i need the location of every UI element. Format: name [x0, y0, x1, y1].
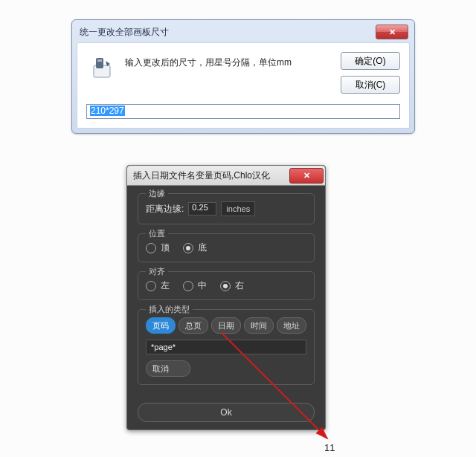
group-align: 对齐 左 中 右: [138, 271, 315, 300]
radio-align-right-label: 右: [235, 279, 244, 292]
dialog1-close-button[interactable]: ✕: [376, 25, 408, 39]
type-pill-page[interactable]: 页码: [146, 317, 176, 334]
close-icon: ✕: [389, 27, 396, 37]
type-pill-total[interactable]: 总页: [178, 317, 208, 334]
dialog1-title: 统一更改全部画板尺寸: [80, 26, 376, 39]
page-number: 11: [324, 442, 335, 453]
svg-rect-2: [97, 59, 102, 62]
size-input[interactable]: 210*297: [86, 104, 400, 119]
dialog2-titlebar: 插入日期文件名变量页码,Chlo汉化 ✕: [127, 166, 325, 186]
resize-artboards-dialog: 统一更改全部画板尺寸 ✕ 输入更改后的尺寸，用星号分隔，单位mm 确定(O) 取…: [71, 19, 415, 134]
script-icon: [89, 55, 116, 82]
dialog2-title: 插入日期文件名变量页码,Chlo汉化: [133, 169, 289, 182]
group-position: 位置 顶 底: [138, 233, 315, 262]
group-insert-type: 插入的类型 页码 总页 日期 时间 地址 文件名 *page* 取消: [138, 309, 315, 385]
close-icon: ✕: [303, 171, 310, 181]
group-insert-type-legend: 插入的类型: [146, 304, 193, 315]
radio-align-right[interactable]: [220, 281, 231, 291]
type-cancel-button[interactable]: 取消: [146, 360, 190, 377]
type-pill-time[interactable]: 时间: [244, 317, 274, 334]
radio-align-left[interactable]: [146, 281, 156, 291]
align-radio-row: 左 中 右: [146, 279, 306, 292]
margin-value-input[interactable]: 0.25: [188, 202, 216, 215]
type-pill-date[interactable]: 日期: [211, 317, 241, 334]
type-pill-address[interactable]: 地址: [277, 317, 306, 334]
dialog1-titlebar: 统一更改全部画板尺寸 ✕: [77, 25, 410, 42]
group-margin-legend: 边缘: [146, 188, 168, 199]
group-position-legend: 位置: [146, 228, 168, 239]
radio-position-top[interactable]: [146, 243, 156, 253]
size-input-value: 210*297: [90, 106, 125, 116]
dialog1-ok-button[interactable]: 确定(O): [341, 52, 400, 70]
radio-align-center[interactable]: [183, 281, 193, 291]
position-radio-row: 顶 底: [146, 242, 306, 254]
type-value-field[interactable]: *page*: [146, 340, 306, 354]
dialog1-message: 输入更改后的尺寸，用星号分隔，单位mm: [125, 52, 326, 69]
dialog2-body: 边缘 距离边缘: 0.25 inches 位置 顶 底 对齐 左: [127, 186, 325, 398]
radio-position-bottom-label: 底: [198, 242, 207, 254]
dialog2-close-button[interactable]: ✕: [289, 168, 324, 184]
dialog2-ok-button[interactable]: Ok: [138, 403, 315, 422]
radio-position-bottom[interactable]: [183, 243, 193, 253]
dialog1-cancel-button[interactable]: 取消(C): [341, 76, 400, 94]
type-pill-row: 页码 总页 日期 时间 地址 文件名: [146, 317, 306, 334]
dialog1-body: 输入更改后的尺寸，用星号分隔，单位mm 确定(O) 取消(C) 210*297: [77, 42, 410, 129]
radio-position-top-label: 顶: [161, 242, 170, 254]
radio-align-center-label: 中: [198, 279, 207, 292]
insert-pagecode-dialog: 插入日期文件名变量页码,Chlo汉化 ✕ 边缘 距离边缘: 0.25 inche…: [126, 165, 326, 430]
radio-align-left-label: 左: [161, 279, 170, 292]
group-margin: 边缘 距离边缘: 0.25 inches: [138, 193, 315, 224]
group-align-legend: 对齐: [146, 266, 168, 277]
margin-unit-select[interactable]: inches: [221, 201, 255, 216]
margin-label: 距离边缘:: [146, 203, 184, 215]
